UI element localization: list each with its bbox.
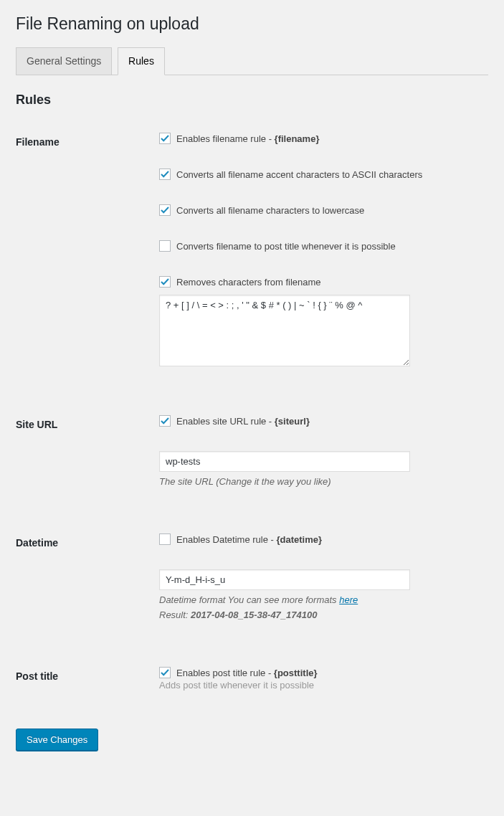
- posttitle-enable-option[interactable]: Enables post title rule - {posttitle}: [159, 667, 481, 678]
- datetime-enable-label: Enables Datetime rule - {datetime}: [176, 534, 322, 545]
- page-title: File Renaming on upload: [16, 14, 488, 34]
- filename-remove-label: Removes characters from filename: [176, 277, 321, 288]
- datetime-result: Result: 2017-04-08_15-38-47_174100: [159, 609, 481, 620]
- siteurl-input[interactable]: [159, 451, 410, 472]
- posttitle-enable-label: Enables post title rule - {posttitle}: [176, 668, 318, 678]
- siteurl-header: Site URL: [16, 379, 159, 498]
- filename-chars-textarea[interactable]: ? + [ ] / \ = < > : ; , ' " & $ # * ( ) …: [159, 295, 410, 366]
- save-changes-button[interactable]: Save Changes: [16, 729, 98, 751]
- tab-bar: General Settings Rules: [16, 47, 488, 75]
- filename-accent-label: Converts all filename accent characters …: [176, 169, 422, 180]
- posttitle-header: Post title: [16, 631, 159, 701]
- filename-enable-option[interactable]: Enables filename rule - {filename}: [159, 133, 481, 144]
- checkbox-checked-icon[interactable]: [159, 667, 171, 678]
- datetime-description: Datetime format You can see more formats…: [159, 594, 481, 605]
- rules-form: Filename Enables filename rule - {filena…: [16, 122, 488, 701]
- checkbox-checked-icon[interactable]: [159, 276, 171, 288]
- datetime-formats-link[interactable]: here: [339, 594, 358, 605]
- filename-header: Filename: [16, 122, 159, 379]
- section-title: Rules: [16, 92, 488, 108]
- filename-lowercase-label: Converts all filename characters to lowe…: [176, 205, 364, 216]
- datetime-input[interactable]: [159, 569, 410, 590]
- filename-remove-option[interactable]: Removes characters from filename: [159, 276, 481, 288]
- datetime-header: Datetime: [16, 498, 159, 631]
- filename-posttitle-label: Converts filename to post title whenever…: [176, 241, 396, 252]
- filename-enable-label: Enables filename rule - {filename}: [176, 133, 319, 144]
- siteurl-description: The site URL (Change it the way you like…: [159, 476, 481, 487]
- filename-lowercase-option[interactable]: Converts all filename characters to lowe…: [159, 204, 481, 216]
- checkbox-checked-icon[interactable]: [159, 204, 171, 216]
- siteurl-enable-label: Enables site URL rule - {siteurl}: [176, 416, 310, 427]
- posttitle-note: Adds post title whenever it is possible: [159, 680, 481, 691]
- checkbox-checked-icon[interactable]: [159, 169, 171, 180]
- checkbox-checked-icon[interactable]: [159, 415, 171, 427]
- checkbox-checked-icon[interactable]: [159, 133, 171, 144]
- filename-accent-option[interactable]: Converts all filename accent characters …: [159, 169, 481, 180]
- filename-posttitle-option[interactable]: Converts filename to post title whenever…: [159, 240, 481, 252]
- tab-general-settings[interactable]: General Settings: [16, 47, 112, 75]
- datetime-enable-option[interactable]: Enables Datetime rule - {datetime}: [159, 533, 481, 545]
- checkbox-unchecked-icon[interactable]: [159, 240, 171, 252]
- checkbox-unchecked-icon[interactable]: [159, 533, 171, 545]
- siteurl-enable-option[interactable]: Enables site URL rule - {siteurl}: [159, 415, 481, 427]
- tab-rules[interactable]: Rules: [118, 47, 165, 75]
